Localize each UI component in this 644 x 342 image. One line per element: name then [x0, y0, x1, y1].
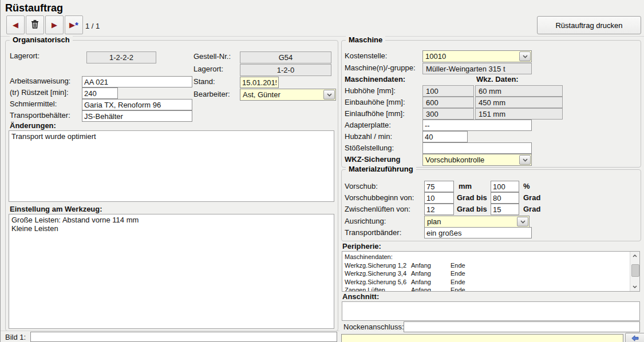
peripherie-row: Werkzg.Sicherung 5,6AnfangEnde — [342, 278, 639, 287]
bild1-label: Bild 1: — [5, 333, 26, 342]
lagerort-label: Lagerort: — [10, 51, 39, 61]
wkz-daten-header: Wkz. Daten: — [476, 75, 519, 84]
kostenstelle-dropdown-button[interactable] — [519, 51, 531, 61]
anschnitt-textarea[interactable] — [342, 301, 640, 321]
chevron-down-icon — [520, 220, 526, 224]
einbauhoehe-label: Einbauhöhe [mm]: — [345, 98, 405, 107]
vorschubbeginn-bis-input[interactable] — [491, 192, 519, 204]
einbauhoehe-wkz-value: 450 mm — [475, 97, 563, 108]
arrow-right-new-icon: ▶ — [69, 21, 75, 29]
zwischenlueften-von-input[interactable] — [424, 204, 454, 215]
maschinengruppe-label: Maschine(n)/-gruppe: — [345, 63, 416, 73]
record-new-button[interactable]: ▶ * — [65, 15, 83, 34]
hubzahl-label: Hubzahl / min: — [345, 132, 392, 141]
gestell-nr-label: Gestell-Nr.: — [193, 52, 231, 61]
transportbehaelter-input[interactable] — [82, 110, 192, 122]
hubzahl-input[interactable] — [422, 131, 468, 142]
maschinendaten-header: Maschinendaten: — [345, 75, 405, 84]
ruestzeit-input[interactable] — [82, 88, 118, 99]
peripherie-row: Maschinendaten: — [342, 253, 639, 261]
chevron-down-icon — [523, 158, 528, 162]
scrollbar-thumb[interactable] — [631, 264, 639, 277]
einlaufhoehe-label: Einlaufhöhe [mm]: — [345, 109, 405, 118]
ruestzeit-label: (tr) Rüstzeit [min]: — [10, 88, 69, 97]
scroll-up-button[interactable] — [630, 252, 639, 260]
bearbeiter-label: Bearbeiter: — [193, 90, 230, 99]
print-button-label: Rüstauftrag drucken — [555, 21, 622, 30]
hubhoehe-machine-value: 100 — [422, 85, 474, 97]
einstellung-am-werkzeug-textarea[interactable]: Große Leisten: Abstand vorne 114 mm Klei… — [9, 214, 334, 329]
stoesselstellung-input[interactable] — [422, 142, 532, 154]
transportbaender-input[interactable] — [424, 227, 532, 238]
vorschub-label: Vorschub: — [345, 182, 378, 191]
vorschubbeginn-gradbis-unit: Grad bis — [457, 193, 487, 202]
schmiermittel-label: Schmiermittel: — [10, 100, 57, 109]
ausrichtung-dropdown-button[interactable] — [517, 217, 528, 226]
bearbeiter-dropdown-button[interactable] — [323, 90, 335, 100]
scroll-down-button[interactable] — [630, 283, 639, 291]
bearbeiter-combobox[interactable]: Ast, Günter — [240, 89, 336, 101]
wkz-sicherung-label: WKZ-Sicherung — [345, 155, 401, 164]
stand-label: Stand: — [193, 77, 215, 86]
zwischenlueften-label: Zwischenlüften von: — [345, 205, 410, 214]
print-ruestauftrag-button[interactable]: Rüstauftrag drucken — [537, 16, 641, 34]
arbeitsanweisung-input[interactable] — [82, 76, 192, 88]
einlaufhoehe-machine-value: 300 — [422, 108, 474, 120]
adapterplatte-input[interactable] — [422, 120, 532, 131]
arbeitsanweisung-label: Arbeitsanweisung: — [10, 77, 70, 86]
group-materialzufuehrung-legend: Materialzuführung — [346, 165, 416, 173]
peripherie-scrollbar[interactable] — [630, 252, 639, 291]
footer-field[interactable] — [341, 334, 623, 342]
trash-icon — [31, 19, 39, 31]
kostenstelle-value: 10010 — [425, 52, 446, 61]
kostenstelle-combobox[interactable]: 10010 — [422, 50, 532, 62]
vorschub-pct-input[interactable] — [491, 181, 519, 192]
wkz-sicherung-dropdown-button[interactable] — [519, 155, 531, 165]
group-maschine-legend: Maschine — [346, 35, 385, 44]
ruestauftrag-window: Rüstauftrag ◀ ▶ ▶ * 1 / 1 Rüstauftrag dr… — [0, 0, 644, 342]
chevron-up-icon — [633, 254, 637, 257]
chevron-down-icon — [523, 55, 528, 58]
zwischenlueften-grad-unit: Grad — [523, 205, 540, 214]
peripherie-row: Werkzg.Sicherung 3,4AnfangEnde — [342, 269, 639, 278]
ausrichtung-combobox[interactable]: plan — [424, 216, 530, 228]
peripherie-row: Werkzg.Sicherung 1,2AnfangEnde — [342, 261, 639, 270]
zwischenlueften-bis-input[interactable] — [491, 204, 519, 215]
transportbaender-label: Transportbänder: — [345, 228, 401, 237]
wkz-sicherung-combobox[interactable]: Vorschubkontrolle — [422, 154, 532, 166]
gestell-nr-value: G54 — [240, 51, 331, 63]
back-button[interactable] — [625, 333, 644, 342]
hubhoehe-wkz-value: 60 mm — [475, 85, 563, 97]
record-delete-button[interactable] — [26, 15, 44, 34]
peripherie-row: Zangen LüftenAnfangEnde — [342, 286, 639, 292]
page-title: Rüstauftrag — [5, 2, 63, 14]
peripherie-label: Peripherie: — [342, 242, 381, 251]
vorschub-pct-unit: % — [523, 182, 530, 191]
lagerort2-label: Lagerort: — [193, 65, 223, 74]
vorschubbeginn-von-input[interactable] — [424, 192, 454, 204]
vorschub-mm-input[interactable] — [424, 181, 454, 192]
stoesselstellung-label: Stößelstellung: — [345, 144, 394, 153]
record-indicator: 1 / 1 — [85, 22, 100, 31]
asterisk-icon: * — [75, 22, 78, 28]
einbauhoehe-machine-value: 600 — [422, 97, 474, 108]
aenderungen-label: Änderungen: — [10, 121, 56, 130]
record-prev-button[interactable]: ◀ — [6, 15, 25, 34]
vorschubbeginn-grad-unit: Grad — [523, 193, 540, 202]
chevron-down-icon — [327, 93, 332, 97]
peripherie-listbox[interactable]: Maschinendaten: Werkzg.Sicherung 1,2Anfa… — [342, 251, 640, 292]
stand-input[interactable] — [240, 77, 279, 88]
chevron-down-icon — [633, 285, 637, 288]
bild1-input[interactable] — [30, 332, 337, 342]
einstellung-am-werkzeug-label: Einstellung am Werkzeug: — [10, 205, 102, 214]
lagerort-value: 1-2-2-2 — [86, 51, 156, 63]
arrow-right-icon: ▶ — [52, 21, 57, 29]
anschnitt-label: Anschnitt: — [342, 292, 379, 301]
kostenstelle-label: Kostenstelle: — [345, 51, 387, 61]
adapterplatte-label: Adapterplatte: — [345, 121, 391, 130]
ausrichtung-label: Ausrichtung: — [345, 217, 386, 226]
schmiermittel-input[interactable] — [82, 99, 192, 110]
aenderungen-textarea[interactable]: Transport wurde optimiert — [9, 130, 334, 202]
nockenanschluss-input[interactable] — [404, 321, 640, 332]
record-next-button[interactable]: ▶ — [45, 15, 64, 34]
